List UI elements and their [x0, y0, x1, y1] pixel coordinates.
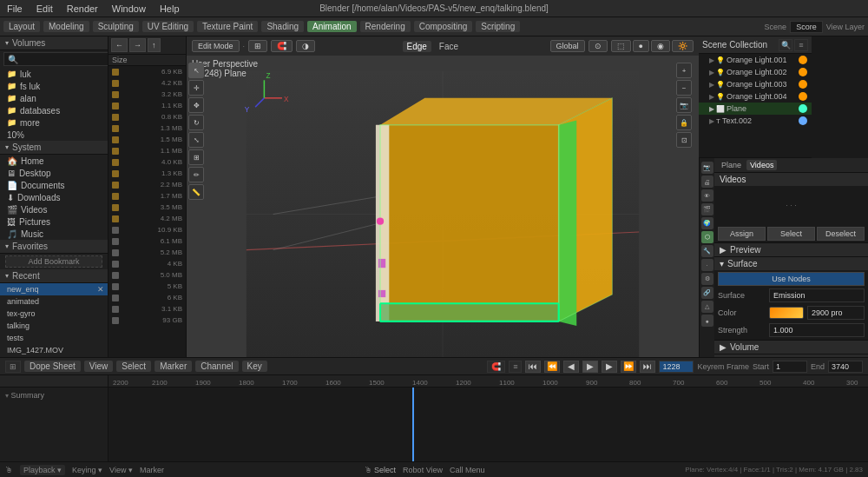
outliner-filter-btn[interactable]: ≡ — [794, 39, 808, 51]
tl-skip-start-btn[interactable]: ⏮ — [525, 361, 541, 373]
tree-orange-light-2[interactable]: ▶ 💡 Orange Light.002 — [699, 66, 812, 78]
file-list-forward-btn[interactable]: → — [129, 38, 146, 52]
prop-icon-scene[interactable]: 🎬 — [701, 203, 713, 215]
prop-icon-particles[interactable]: · — [701, 259, 713, 271]
recent-tex-gyro[interactable]: tex-gyro — [0, 308, 108, 320]
tl-play-btn[interactable]: ▶ — [582, 361, 598, 373]
menu-help[interactable]: Help — [156, 3, 183, 14]
tl-skip-end-btn[interactable]: ⏭ — [640, 361, 655, 373]
file-entry-4[interactable]: 0.8 KB — [108, 111, 186, 123]
vc-camera[interactable]: 📷 — [676, 97, 692, 113]
tl-tab-dopesheet[interactable]: Dope Sheet — [24, 361, 81, 372]
viewport-xray-btn[interactable]: ◑ — [296, 40, 315, 52]
tab-face[interactable]: Face — [435, 41, 463, 52]
file-list-scroll[interactable]: 6.9 KB 4.2 KB 3.2 KB 1.1 KB 0.8 KB 1.3 M… — [108, 66, 186, 357]
sidebar-more[interactable]: 📁 more — [0, 116, 108, 129]
prop-icon-physics[interactable]: ⚙ — [701, 273, 713, 285]
sidebar-music[interactable]: 🎵 Music — [0, 228, 108, 240]
tab-scripting[interactable]: Scripting — [476, 21, 520, 32]
prop-icon-material[interactable]: ● — [701, 315, 713, 327]
tl-next-frame-btn[interactable]: ⏩ — [621, 361, 636, 373]
prop-icon-world[interactable]: 🌍 — [701, 217, 713, 229]
recent-img[interactable]: IMG_1427.MOV — [0, 344, 108, 356]
recent-tests[interactable]: tests — [0, 332, 108, 344]
deselect-btn[interactable]: Deselect — [817, 227, 865, 241]
tab-shading[interactable]: Shading — [261, 21, 304, 32]
file-entry-0[interactable]: 6.9 KB — [108, 66, 186, 77]
assign-btn[interactable]: Assign — [718, 227, 766, 241]
tl-prev-frame-btn[interactable]: ⏪ — [544, 361, 560, 373]
vp-shade-solid[interactable]: ● — [633, 40, 649, 52]
prop-icon-output[interactable]: 🖨 — [701, 176, 713, 188]
file-entry-20[interactable]: 6 KB — [108, 292, 186, 303]
vp-shade-render[interactable]: 🔆 — [672, 40, 694, 52]
sidebar-scroll[interactable]: 📁 luk 📁 fs luk 📁 alan 📁 databases 📁 more… — [0, 68, 108, 357]
vp-shade-wire[interactable]: ⬚ — [611, 40, 631, 52]
tl-current-frame[interactable] — [659, 361, 694, 373]
prop-icon-constraints[interactable]: 🔗 — [701, 287, 713, 299]
light-toggle-1[interactable] — [798, 55, 808, 65]
menu-render[interactable]: Render — [63, 3, 102, 14]
color-swatch[interactable] — [769, 307, 804, 319]
file-entry-11[interactable]: 1.7 MB — [108, 190, 186, 202]
prop-icon-render[interactable]: 📷 — [701, 162, 713, 174]
close-icon-recent[interactable]: ✕ — [97, 285, 104, 294]
menu-edit[interactable]: Edit — [33, 3, 56, 14]
strength-value[interactable]: 1.000 — [769, 323, 865, 337]
file-entry-14[interactable]: 10.9 KB — [108, 224, 186, 235]
file-entry-1[interactable]: 4.2 KB — [108, 77, 186, 89]
tab-uv-editing[interactable]: UV Editing — [142, 21, 194, 32]
tab-modeling[interactable]: Modeling — [43, 21, 89, 32]
tool-scale[interactable]: ⤡ — [188, 132, 204, 148]
recent-talking[interactable]: talking — [0, 320, 108, 332]
file-entry-12[interactable]: 3.5 MB — [108, 202, 186, 213]
timeline-mode-btn[interactable]: ⊞ — [5, 361, 21, 373]
file-entry-7[interactable]: 1.1 MB — [108, 145, 186, 156]
tl-tab-view[interactable]: View — [84, 361, 114, 372]
tl-prev-keyframe-btn[interactable]: ◀ — [563, 361, 579, 373]
light-toggle-2[interactable] — [798, 67, 808, 77]
file-entry-13[interactable]: 4.2 MB — [108, 213, 186, 224]
timeline-body[interactable]: ▾ Summary 2200 2100 1900 1800 1700 1600 … — [0, 375, 868, 461]
outliner-tree[interactable]: ▶ 💡 Orange Light.001 ▶ 💡 Orange Light.00… — [699, 54, 812, 157]
light-toggle-3[interactable] — [798, 79, 808, 89]
prop-icon-view[interactable]: 👁 — [701, 189, 713, 202]
sidebar-pictures[interactable]: 🖼 Pictures — [0, 215, 108, 228]
tab-compositing[interactable]: Compositing — [414, 21, 473, 32]
sidebar-home[interactable]: 🏠 Home — [0, 155, 108, 167]
tree-orange-light-4[interactable]: ▶ 💡 Orange Light.004 — [699, 90, 812, 103]
sidebar-10pct[interactable]: 10% — [0, 129, 108, 141]
file-entry-10[interactable]: 2.2 MB — [108, 179, 186, 190]
menu-window[interactable]: Window — [108, 3, 149, 14]
viewport-3d[interactable]: Edit Mode · ⊞ 🧲 ◑ Edge Face Global ⊙ ⬚ ●… — [187, 36, 699, 357]
sidebar-luk[interactable]: 📁 luk — [0, 68, 108, 80]
tab-animation[interactable]: Animation — [307, 21, 356, 32]
tree-plane[interactable]: ▶ ⬜ Plane — [699, 103, 812, 115]
file-entry-2[interactable]: 3.2 KB — [108, 89, 186, 100]
text-toggle[interactable] — [798, 116, 808, 126]
plane-toggle[interactable] — [798, 103, 808, 114]
scene-value[interactable]: Score — [790, 21, 823, 33]
file-entry-3[interactable]: 1.1 KB — [108, 100, 186, 111]
viewport-snap-btn[interactable]: 🧲 — [271, 40, 293, 52]
mode-select-btn[interactable]: Edit Mode — [192, 40, 240, 52]
file-entry-8[interactable]: 4.0 KB — [108, 156, 186, 168]
use-nodes-btn[interactable]: Use Nodes — [718, 272, 865, 286]
vp-shade-material[interactable]: ◉ — [651, 40, 670, 52]
recent-new-enq[interactable]: new_enq ✕ — [0, 283, 108, 295]
file-entry-18[interactable]: 5.0 MB — [108, 269, 186, 281]
file-list-up-btn[interactable]: ↑ — [148, 38, 161, 52]
rp-tab-plane[interactable]: Plane — [718, 160, 745, 170]
tree-orange-light-3[interactable]: ▶ 💡 Orange Light.003 — [699, 78, 812, 90]
viewport-overlay-btn[interactable]: ⊞ — [248, 40, 267, 52]
tab-rendering[interactable]: Rendering — [360, 21, 411, 32]
sidebar-desktop[interactable]: 🖥 Desktop — [0, 167, 108, 179]
light-toggle-4[interactable] — [798, 91, 808, 102]
status-view[interactable]: View ▾ — [109, 466, 133, 474]
tl-tab-select[interactable]: Select — [116, 361, 151, 372]
status-keying[interactable]: Keying ▾ — [72, 466, 102, 474]
sidebar-documents[interactable]: 📄 Documents — [0, 179, 108, 191]
tree-orange-light-1[interactable]: ▶ 💡 Orange Light.001 — [699, 54, 812, 66]
vc-lock[interactable]: 🔒 — [676, 115, 692, 130]
file-entry-16[interactable]: 5.2 MB — [108, 247, 186, 258]
